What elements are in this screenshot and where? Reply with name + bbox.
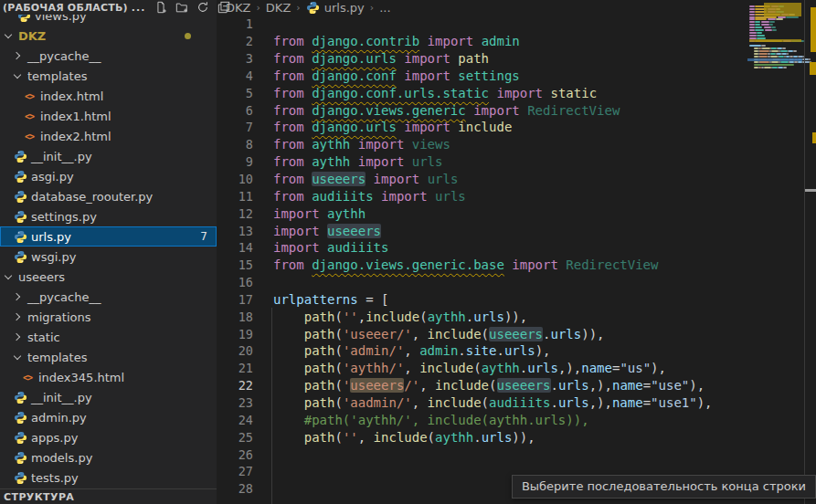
code-line[interactable]: 19 path('useeer/', include(useeers.urls)… [217,325,816,342]
new-file-icon[interactable] [154,1,167,14]
code-line[interactable]: 12import aythh [217,205,816,222]
tree-item-label: index2.html [40,130,111,143]
code-line[interactable]: 13import useeers [217,222,816,239]
code-token: path [304,378,335,393]
tree-item-migrations[interactable]: migrations [0,307,217,327]
tree-item-wsgi-py[interactable]: wsgi.py [0,247,217,267]
minimap-line [761,21,768,23]
code-line[interactable]: 4from django.conf import settings [217,68,816,85]
code-token [273,413,304,427]
new-folder-icon[interactable] [175,1,188,14]
code-line[interactable]: 9from aythh import urls [217,153,816,171]
tree-item-dkz[interactable]: DKZ [0,26,217,46]
tree-item-models-py[interactable]: models.py [0,447,217,467]
overview-ruler[interactable] [804,0,816,504]
code-line[interactable]: 6from django.views.generic import Redire… [217,101,816,119]
outline-section-header[interactable]: СТРУКТУРА [0,488,217,504]
outline-section-label: СТРУКТУРА [4,491,74,503]
breadcrumb-item-folder[interactable]: DKZ [266,1,291,15]
tree-item-templates[interactable]: templates [0,66,217,86]
code-line[interactable]: 3from django.urls import path [217,50,816,68]
code-line[interactable]: 10from useeers import urls [217,171,816,188]
code-line[interactable]: 26 [217,446,816,463]
more-actions-icon[interactable]: ... [132,2,146,14]
code-token: ( [428,430,435,445]
code-token: , [358,310,366,324]
code-line-content: from django.views.generic import Redirec… [273,103,620,118]
minimap-line [755,26,762,28]
code-token: import [473,103,527,118]
tree-item-index345-html[interactable]: <>index345.html [0,367,217,387]
tree-item-templates[interactable]: templates [0,347,217,367]
code-token: urls [558,395,589,410]
code-line[interactable]: 21 path('aythh/', include(aythh.urls,),n… [217,360,816,377]
code-token: aythh [435,430,473,445]
refresh-icon[interactable] [196,1,209,14]
code-line[interactable]: 5from django.conf.urls.static import sta… [217,84,816,101]
code-line-content: from django.urls import path [273,51,489,66]
tree-item-tests-py[interactable]: tests.py [0,467,217,488]
breadcrumb-item-symbol[interactable]: ... [379,1,390,15]
code-token: from [273,51,312,66]
minimap-line [782,47,786,49]
code-line[interactable]: 25 path('', include(aythh.urls)), [217,428,816,446]
tree-item-label: index.html [40,89,103,103]
tree-item-index1-html[interactable]: <>index1.html [0,106,217,126]
code-line[interactable]: 23 path('aadmin/', include(audiiits.urls… [217,394,816,412]
tree-item-index-html[interactable]: <>index.html [0,86,217,106]
tree-item-static[interactable]: static [0,327,217,347]
python-file-icon [13,209,27,224]
chevron-down-icon [4,31,13,40]
code-token: urls [482,430,513,445]
collapse-all-icon[interactable] [217,1,230,14]
chevron-down-icon [13,71,22,80]
code-token: 'useeer/' [343,327,412,341]
minimap-line [771,26,776,28]
code-token: django.conf.urls.static [312,86,489,100]
code-area[interactable]: 12from django.contrib import admin3from … [217,16,816,498]
explorer-tree: views.pyDKZ__pycache__templates<>index.h… [0,5,217,488]
code-line-content: from aythh import urls [273,154,442,169]
tree-item-useeers[interactable]: useeers [0,267,217,287]
tree-item-database-roouter-py[interactable]: database_roouter.py [0,186,217,206]
code-token: "use1" [651,395,697,410]
code-line[interactable]: 14import audiiits [217,239,816,257]
code-token: import [404,68,458,83]
tree-item--init-py[interactable]: __init__.py [0,387,217,407]
code-token: name [612,395,643,410]
code-line[interactable]: 7from django.urls import include [217,119,816,136]
python-file-icon [13,470,27,485]
code-token: audiiits [489,395,550,410]
code-token: path [304,430,335,445]
code-token: ), [689,378,705,393]
code-line[interactable]: 22 path('useeers/', include(useeers.urls… [217,377,816,394]
code-line[interactable]: 8from aythh import views [217,136,816,153]
line-number: 5 [217,86,253,100]
code-token: "use" [651,378,689,393]
tree-item--init-py[interactable]: __init__.py [0,146,217,166]
code-token: #path('aythh/', include(aythh.urls)), [304,413,589,427]
tree-item--pycache-[interactable]: __pycache__ [0,287,217,307]
code-line[interactable]: 1 [217,16,816,33]
tree-item-apps-py[interactable]: apps.py [0,427,217,447]
code-line[interactable]: 24 #path('aythh/', include(aythh.urls)), [217,411,816,428]
code-line[interactable]: 11from audiiits import urls [217,187,816,205]
code-line-content: import useeers [273,224,381,238]
code-line[interactable]: 20 path('admin/', admin.site.urls), [217,342,816,360]
minimap-line [757,32,762,34]
code-line[interactable]: 16 [217,274,816,291]
editor-pane[interactable]: DKZ › DKZ › urls.py › ... 12from django.… [217,0,816,504]
minimap[interactable] [747,0,804,504]
breadcrumb-item-file[interactable]: urls.py [324,1,365,15]
code-line[interactable]: 2from django.contrib import admin [217,33,816,50]
tree-item-index2-html[interactable]: <>index2.html [0,126,217,146]
tree-item-asgi-py[interactable]: asgi.py [0,166,217,186]
code-line[interactable]: 17urlpatterns = [ [217,291,816,309]
tree-item-admin-py[interactable]: admin.py [0,407,217,427]
code-line[interactable]: 18 path('',include(aythh.urls)), [217,308,816,325]
tree-item-settings-py[interactable]: settings.py [0,206,217,226]
code-token: ( [419,310,427,324]
tree-item--pycache-[interactable]: __pycache__ [0,46,217,66]
code-line[interactable]: 15from django.views.generic.base import … [217,257,816,274]
tree-item-urls-py[interactable]: urls.py7 [0,226,217,247]
